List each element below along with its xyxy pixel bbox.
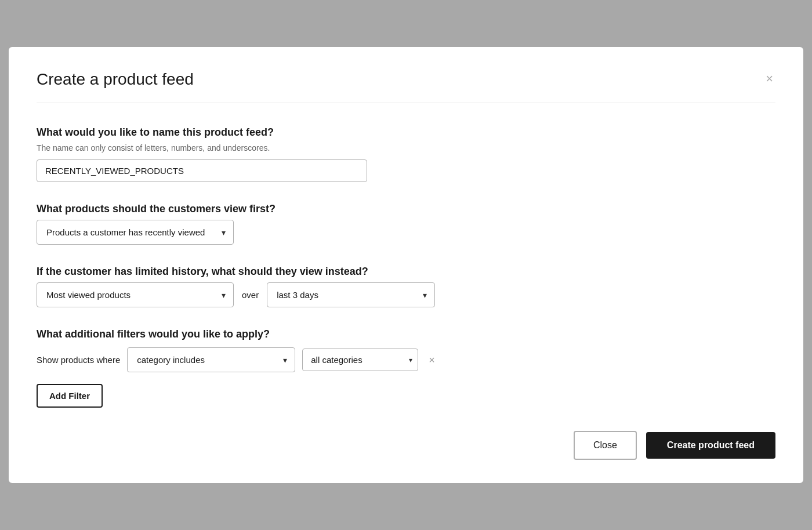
close-x-button[interactable]: × bbox=[763, 70, 775, 88]
fallback-select-wrapper: Most viewed products Trending products N… bbox=[37, 282, 234, 307]
filter-type-wrapper: category includes category excludes pric… bbox=[127, 347, 295, 372]
view-first-question: What products should the customers view … bbox=[37, 203, 775, 215]
view-first-select[interactable]: Products a customer has recently viewed … bbox=[37, 220, 234, 245]
add-filter-button[interactable]: Add Filter bbox=[37, 384, 103, 408]
modal-overlay: Create a product feed × What would you l… bbox=[0, 0, 812, 530]
name-section: What would you like to name this product… bbox=[37, 126, 775, 182]
modal-footer: Close Create product feed bbox=[37, 431, 775, 460]
period-select[interactable]: last 3 days last 7 days last 14 days las… bbox=[267, 282, 435, 307]
name-question: What would you like to name this product… bbox=[37, 126, 775, 139]
fallback-row: Most viewed products Trending products N… bbox=[37, 282, 775, 307]
view-first-section: What products should the customers view … bbox=[37, 203, 775, 245]
view-first-select-wrapper: Products a customer has recently viewed … bbox=[37, 220, 234, 245]
modal-divider bbox=[37, 103, 775, 103]
over-label: over bbox=[242, 290, 259, 300]
remove-filter-button[interactable]: × bbox=[425, 354, 438, 366]
name-hint: The name can only consist of letters, nu… bbox=[37, 143, 775, 153]
categories-wrapper: all categories electronics clothing home… bbox=[302, 349, 418, 371]
fallback-select[interactable]: Most viewed products Trending products N… bbox=[37, 282, 234, 307]
show-products-label: Show products where bbox=[37, 355, 120, 365]
modal-dialog: Create a product feed × What would you l… bbox=[9, 47, 803, 483]
feed-name-input[interactable] bbox=[37, 159, 367, 182]
filter-row: Show products where category includes ca… bbox=[37, 347, 775, 372]
categories-select[interactable]: all categories electronics clothing home… bbox=[302, 349, 418, 371]
modal-title: Create a product feed bbox=[37, 70, 194, 89]
fallback-section: If the customer has limited history, wha… bbox=[37, 266, 775, 307]
filters-question: What additional filters would you like t… bbox=[37, 328, 775, 340]
create-feed-button[interactable]: Create product feed bbox=[646, 432, 775, 459]
modal-header: Create a product feed × bbox=[37, 70, 775, 89]
close-button[interactable]: Close bbox=[574, 431, 637, 460]
fallback-question: If the customer has limited history, wha… bbox=[37, 266, 775, 278]
filters-section: What additional filters would you like t… bbox=[37, 328, 775, 408]
period-select-wrapper: last 3 days last 7 days last 14 days las… bbox=[267, 282, 435, 307]
filter-type-select[interactable]: category includes category excludes pric… bbox=[127, 347, 295, 372]
